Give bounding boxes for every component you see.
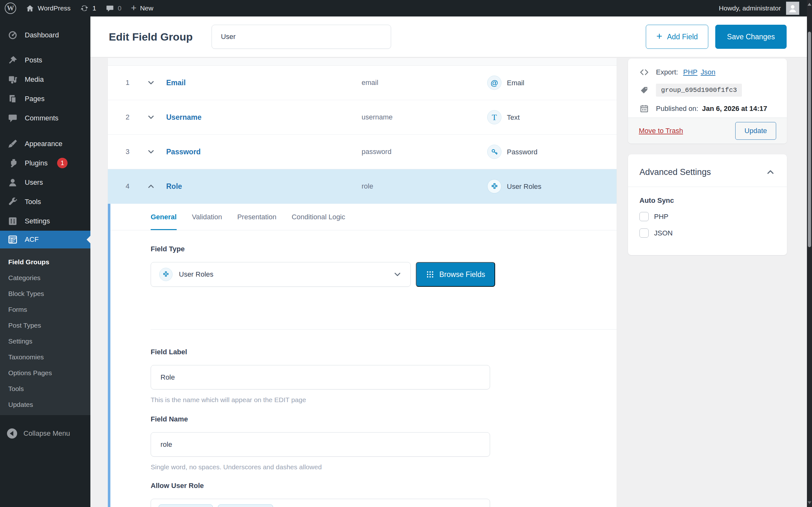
meta-card-footer: Move to Trash Update [628,118,787,144]
published-prefix: Published on: [656,105,698,113]
acf-icon [8,234,18,245]
sidebar-item-appearance[interactable]: Appearance [0,134,90,153]
tab-validation[interactable]: Validation [192,204,222,230]
sidebar-item-categories[interactable]: Categories [0,270,90,286]
tab-presentation[interactable]: Presentation [237,204,276,230]
php-checkbox[interactable] [640,212,649,221]
browse-fields-button[interactable]: Browse Fields [416,262,495,287]
role-chip-contributor: Contributor × [218,504,273,507]
sidebar-item-post-types[interactable]: Post Types [0,318,90,333]
plugin-icon [8,158,18,168]
sidebar-item-posts[interactable]: Posts [0,50,90,70]
field-name-input[interactable] [151,432,490,457]
sidebar-item-users[interactable]: Users [0,173,90,192]
chevron-up-icon[interactable] [765,167,775,177]
save-changes-button[interactable]: Save Changes [715,25,786,49]
field-row-role[interactable]: 4 Role role User Roles [108,169,617,204]
tab-general[interactable]: General [151,204,177,230]
sidebar-item-media[interactable]: Media [0,70,90,89]
field-group-title-input[interactable] [212,25,391,49]
sidebar-item-dashboard[interactable]: Dashboard [0,25,90,45]
collapse-menu-button[interactable]: Collapse Menu [0,425,90,442]
export-php-link[interactable]: PHP [683,68,698,76]
field-row-email[interactable]: 1 Email email @ Email [108,66,617,100]
export-json-link[interactable]: Json [701,68,715,76]
page-header: Edit Field Group + Add Field Save Change… [90,16,807,57]
howdy-text[interactable]: Howdy, administrator [719,4,781,12]
sidebar-item-updates[interactable]: Updates [0,397,90,412]
sidebar-item-acf-settings[interactable]: Settings [0,333,90,349]
field-table-header [108,58,617,66]
sidebar-item-forms[interactable]: Forms [0,302,90,318]
chevron-down-icon [393,270,402,279]
plus-icon: + [656,31,662,42]
sliders-icon [8,216,18,226]
calendar-icon [639,104,650,113]
sidebar-item-tools[interactable]: Tools [0,192,90,211]
sidebar-item-comments[interactable]: Comments [0,108,90,128]
field-label-input[interactable] [151,365,490,389]
field-row-password[interactable]: 3 Password password Password [108,135,617,169]
tag-icon [639,86,650,95]
field-label-link[interactable]: Password [166,148,201,156]
sidebar-item-acf-tools[interactable]: Tools [0,381,90,397]
divider [628,187,787,187]
tab-conditional-logic[interactable]: Conditional Logic [292,204,345,230]
sidebar-item-taxonomies[interactable]: Taxonomies [0,349,90,365]
sidebar-item-settings[interactable]: Settings [0,211,90,231]
site-home-link[interactable]: WordPress [21,0,75,16]
text-type-icon: T [487,110,502,124]
avatar[interactable] [786,2,799,15]
field-name-help: Single word, no spaces. Underscores and … [151,463,617,471]
plus-icon: + [131,3,137,13]
new-content-menu[interactable]: + New [126,0,158,16]
field-label-link[interactable]: Username [166,113,201,122]
field-label-link[interactable]: Role [166,182,182,191]
chevron-up-icon[interactable] [147,182,155,191]
grid-icon [426,270,434,279]
allow-user-role-label: Allow User Role [151,482,617,490]
sidebar-item-acf[interactable]: ACF [0,231,90,248]
comments-link[interactable]: 0 [101,0,126,16]
new-label: New [140,4,153,12]
sidebar-item-options-pages[interactable]: Options Pages [0,365,90,381]
comment-bubble-icon [106,4,114,13]
field-row-username[interactable]: 2 Username username T Text [108,100,617,135]
move-to-trash-link[interactable]: Move to Trash [639,127,683,135]
update-button[interactable]: Update [735,122,776,140]
wordpress-logo-icon: W [5,3,16,14]
comments-count: 0 [118,4,121,12]
acf-submenu: Field Groups Categories Block Types Form… [0,248,90,415]
site-name: WordPress [38,4,70,12]
wrench-icon [8,197,18,207]
export-label: Export: [656,68,678,76]
allow-user-role-select[interactable]: Subscriber × Contributor × × [151,499,490,507]
json-checkbox[interactable] [640,228,649,238]
sidebar-item-pages[interactable]: Pages [0,89,90,108]
collapse-arrow-icon [7,429,17,439]
scroll-up-arrow-icon[interactable] [808,3,811,6]
field-type-select[interactable]: User Roles [151,262,411,287]
field-type-label: Field Type [151,245,617,253]
puzzle-icon [487,179,502,193]
chevron-down-icon[interactable] [147,78,155,87]
chevron-down-icon[interactable] [147,147,155,156]
admin-bar: W WordPress 1 0 + New Howdy, administrat… [0,0,812,16]
admin-sidebar: Dashboard Posts Media Pages Comments App… [0,16,90,507]
page-scrollbar[interactable] [807,0,812,507]
scrollbar-thumb[interactable] [808,32,811,247]
field-label-link[interactable]: Email [166,78,186,87]
sidebar-item-plugins[interactable]: Plugins 1 [0,153,90,173]
email-type-icon: @ [487,76,502,90]
scroll-down-arrow-icon[interactable] [808,501,811,504]
updates-link[interactable]: 1 [75,0,101,16]
code-icon [639,67,650,77]
comments-icon [8,113,18,123]
sidebar-item-block-types[interactable]: Block Types [0,286,90,302]
sidebar-item-field-groups[interactable]: Field Groups [0,254,90,270]
user-icon [8,178,18,187]
add-field-button[interactable]: + Add Field [646,25,708,49]
chevron-down-icon[interactable] [147,113,155,122]
group-meta-card: Export: PHP Json group_695d1900f1fc3 Pub… [628,59,787,144]
wp-logo-menu[interactable]: W [0,0,21,16]
